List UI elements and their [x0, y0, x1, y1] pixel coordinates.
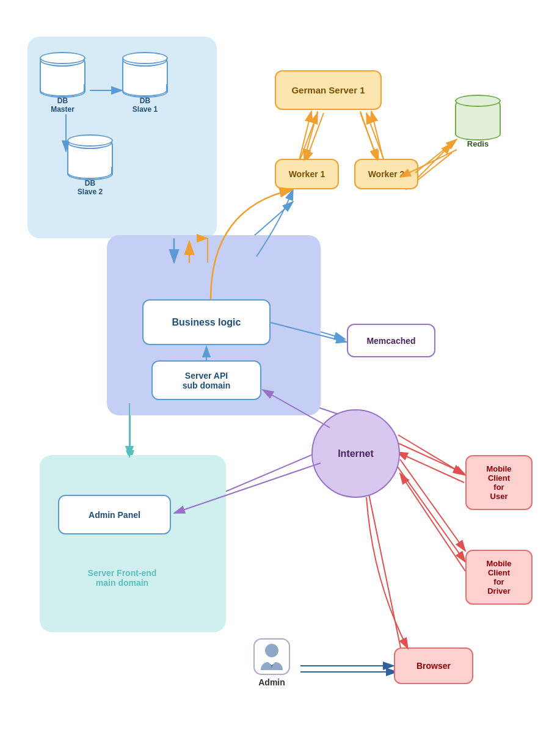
db-slave2-node: DBSlave 2 [67, 140, 113, 196]
memcached-node: Memcached [347, 324, 435, 357]
svg-line-27 [400, 473, 465, 571]
svg-line-12 [299, 113, 318, 162]
admin-node: Admin [244, 638, 299, 687]
svg-point-31 [265, 644, 278, 657]
german-server-node: German Server 1 [275, 70, 382, 110]
svg-line-14 [415, 144, 452, 180]
svg-line-11 [360, 113, 379, 162]
svg-line-28 [366, 483, 403, 660]
svg-line-26 [396, 464, 465, 562]
browser-node: Browser [394, 647, 473, 684]
mobile-user-node: MobileClientforUser [465, 455, 533, 510]
worker2-node: Worker 2 [354, 159, 418, 189]
svg-line-24 [391, 440, 464, 473]
redis-node: Redis [455, 101, 501, 148]
svg-line-25 [397, 452, 464, 483]
frontend-label: Server Front-endmain domain [61, 568, 183, 588]
svg-line-10 [305, 113, 324, 162]
frontend-region [40, 455, 226, 632]
internet-node: Internet [311, 409, 400, 498]
diagram: DBMaster DBSlave 1 DBSlave 2 German Serv… [0, 0, 560, 733]
admin-avatar-icon [253, 638, 290, 675]
worker1-node: Worker 1 [275, 159, 339, 189]
business-logic-node: Business logic [142, 299, 271, 345]
mobile-driver-node: MobileClientforDriver [465, 550, 533, 605]
db-slave1-node: DBSlave 1 [122, 58, 168, 114]
server-api-node: Server APIsub domain [151, 360, 261, 400]
db-master-node: DBMaster [40, 58, 85, 114]
svg-line-13 [366, 113, 385, 162]
admin-panel-node: Admin Panel [58, 495, 171, 534]
